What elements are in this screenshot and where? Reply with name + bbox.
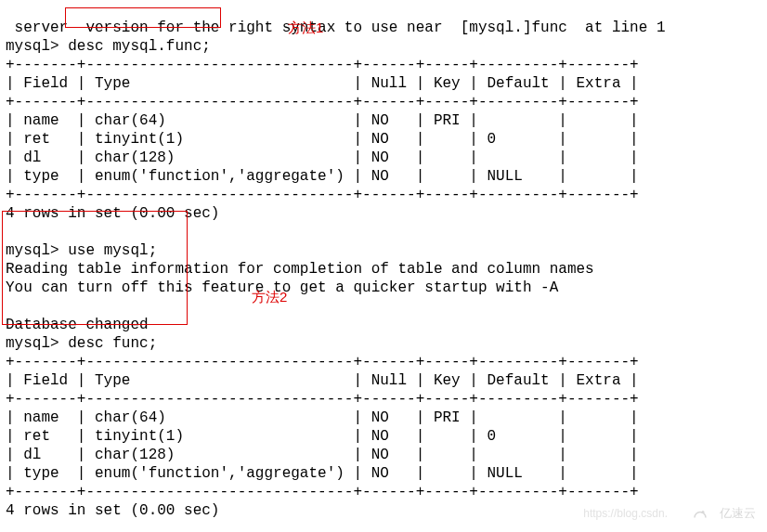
table-sep: +-------+------------------------------+… — [6, 93, 761, 111]
table-row: | dl | char(128) | NO | | | | — [6, 446, 761, 464]
table-sep: +-------+------------------------------+… — [6, 186, 761, 204]
prompt: mysql> — [6, 38, 59, 55]
table-row: | ret | tinyint(1) | NO | | 0 | | — [6, 427, 761, 446]
table-sep: +-------+------------------------------+… — [6, 390, 761, 409]
rows-footer: 4 rows in set (0.00 sec) — [6, 204, 761, 223]
table-sep: +-------+------------------------------+… — [6, 483, 761, 501]
table-header: | Field | Type | Null | Key | Default | … — [6, 371, 761, 390]
watermark-url: https://blog.csdn. — [583, 504, 668, 523]
table-row: | type | enum('function','aggregate') | … — [6, 464, 761, 483]
blank-line — [6, 223, 761, 241]
table-row: | ret | tinyint(1) | NO | | 0 | | — [6, 130, 761, 149]
watermark-brand: 亿速云 — [720, 504, 756, 523]
table-row: | type | enum('function','aggregate') | … — [6, 167, 761, 186]
info-line: Reading table information for completion… — [6, 260, 761, 279]
table-sep: +-------+------------------------------+… — [6, 56, 761, 74]
watermark: https://blog.csdn. 亿速云 — [583, 504, 756, 523]
db-changed: Database changed — [6, 316, 761, 334]
prompt-line-3: mysql> desc func; — [6, 334, 761, 353]
prompt-line-1: mysql> desc mysql.func; — [6, 37, 761, 56]
brand-logo-icon — [686, 504, 714, 523]
command-1: desc mysql.func; — [68, 38, 211, 55]
prompt: mysql> — [6, 242, 59, 259]
error-line: server version for the right syntax to u… — [6, 19, 761, 37]
svg-point-0 — [702, 511, 705, 513]
terminal-output: server version for the right syntax to u… — [6, 0, 761, 532]
table-sep: +-------+------------------------------+… — [6, 353, 761, 371]
info-line: You can turn off this feature to get a q… — [6, 279, 761, 297]
table-header: | Field | Type | Null | Key | Default | … — [6, 74, 761, 93]
blank-line — [6, 297, 761, 316]
command-use: use mysql; — [68, 242, 157, 259]
table-row: | dl | char(128) | NO | | | | — [6, 149, 761, 167]
command-desc: desc func; — [68, 335, 157, 352]
prompt: mysql> — [6, 335, 59, 352]
table-row: | name | char(64) | NO | PRI | | | — [6, 111, 761, 130]
prompt-line-2: mysql> use mysql; — [6, 241, 761, 260]
table-row: | name | char(64) | NO | PRI | | | — [6, 409, 761, 427]
